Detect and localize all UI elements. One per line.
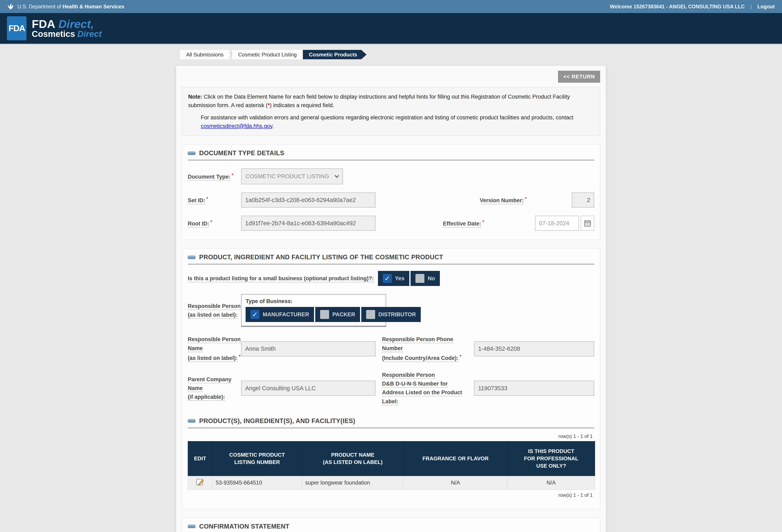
yes-label: Yes xyxy=(395,275,405,282)
col-listing-number: COSMETIC PRODUCT LISTING NUMBER xyxy=(212,441,302,476)
section-product-listing: PRODUCT, INGREDIENT AND FACILITY LISTING… xyxy=(182,248,600,509)
unchecked-checkbox-icon[interactable] xyxy=(416,274,424,283)
root-id-row: Root ID:* Effective Date:* xyxy=(188,216,594,231)
gov-topbar-left: U.S. Department of Health & Human Servic… xyxy=(7,3,124,10)
set-id-row: Set ID:* Version Number:* xyxy=(188,192,594,208)
effective-date-input[interactable] xyxy=(535,216,579,231)
breadcrumb-cosmetic-product-listing[interactable]: Cosmetic Product Listing xyxy=(232,50,303,59)
rp-phone-label[interactable]: Responsible Person Phone Number (Include… xyxy=(382,335,474,362)
fda-logo[interactable]: FDA xyxy=(7,16,27,40)
rowcount-bottom: row(s) 1 - 1 of 1 xyxy=(188,492,593,498)
parent-company-input[interactable] xyxy=(241,381,376,396)
brand-direct: Direct, xyxy=(59,17,94,30)
rp-name-row: Responsible Person Name (as listed on la… xyxy=(188,335,594,362)
document-type-select[interactable]: COSMETIC PRODUCT LISTING xyxy=(241,169,343,184)
section-rule xyxy=(188,264,594,264)
root-id-input[interactable] xyxy=(241,216,376,231)
collapse-icon[interactable] xyxy=(188,151,196,155)
main-panel: << RETURN Note: Click on the Data Elemen… xyxy=(176,66,606,532)
manufacturer-label: MANUFACTURER xyxy=(263,311,309,318)
col-fragrance: FRAGRANCE OR FLAVOR xyxy=(404,441,507,476)
distributor-label: DISTRIBUTOR xyxy=(378,311,416,318)
document-type-value: COSMETIC PRODUCT LISTING xyxy=(246,173,329,180)
note-period: . xyxy=(272,123,274,129)
edit-pencil-button[interactable] xyxy=(196,477,205,487)
brand-text: FDA Direct, Cosmetics Direct xyxy=(32,18,102,38)
welcome-text: Welcome 15267383641 - ANGEL CONSULTING U… xyxy=(610,4,745,9)
section-header: DOCUMENT TYPE DETAILS xyxy=(188,149,594,157)
header-row: EDIT COSMETIC PRODUCT LISTING NUMBER PRO… xyxy=(188,441,595,476)
collapse-icon[interactable] xyxy=(188,525,196,528)
document-type-label[interactable]: Document Type:* xyxy=(188,172,241,181)
checked-checkbox-icon[interactable]: ✓ xyxy=(383,274,392,283)
unchecked-checkbox-icon[interactable] xyxy=(320,310,329,319)
breadcrumb-cosmetic-products[interactable]: Cosmetic Products xyxy=(303,50,366,59)
packer-label: PACKER xyxy=(332,311,355,318)
parent-company-label[interactable]: Parent Company Name (if applicable): xyxy=(188,375,241,402)
calendar-icon xyxy=(583,219,592,227)
listing-number-cell: 53-935945-664510 xyxy=(212,476,302,490)
section-rule xyxy=(188,427,594,428)
document-type-row: Document Type:* COSMETIC PRODUCT LISTING xyxy=(188,169,594,184)
responsible-person-label[interactable]: Responsible Person (as listed on label): xyxy=(188,302,241,319)
required-asterisk: * xyxy=(232,173,234,178)
brand-direct2: Direct xyxy=(77,29,102,39)
breadcrumb-all-submissions[interactable]: All Submissions xyxy=(180,50,230,59)
rowcount-top: row(s) 1 - 1 of 1 xyxy=(188,433,593,439)
note-body1: Click on the Data Element Name for each … xyxy=(188,94,570,108)
required-asterisk: * xyxy=(207,196,208,201)
no-toggle[interactable]: No xyxy=(411,271,440,286)
small-business-label[interactable]: Is this a product listing for a small bu… xyxy=(188,274,374,283)
breadcrumb: All Submissions Cosmetic Product Listing… xyxy=(180,50,782,60)
duns-input[interactable] xyxy=(474,381,594,396)
version-number-label[interactable]: Version Number:* xyxy=(480,195,572,205)
checked-checkbox-icon[interactable]: ✓ xyxy=(250,310,259,319)
rp-name-input[interactable] xyxy=(241,341,376,356)
col-professional: IS THIS PRODUCT FOR PROFESSIONAL USE ONL… xyxy=(507,441,595,476)
version-number-input[interactable] xyxy=(572,192,594,208)
section-header: CONFIRMATION STATEMENT xyxy=(188,523,594,530)
hhs-eagle-icon xyxy=(7,3,14,10)
rp-name-label[interactable]: Responsible Person Name (as listed on la… xyxy=(188,335,241,362)
no-label: No xyxy=(428,275,435,282)
professional-cell: N/A xyxy=(507,476,595,490)
contact-email-link[interactable]: cosmeticsdirect@fda.hhs.gov xyxy=(201,123,272,129)
edit-pencil-icon xyxy=(196,477,205,487)
rp-phone-input[interactable] xyxy=(474,341,594,356)
note-paragraph-1: Note: Click on the Data Element Name for… xyxy=(188,93,594,110)
root-id-label[interactable]: Root ID:* xyxy=(188,218,241,228)
section-title: CONFIRMATION STATEMENT xyxy=(199,523,289,530)
duns-label[interactable]: Responsible Person D&B D-U-N-S Number fo… xyxy=(382,371,474,406)
set-id-input[interactable] xyxy=(241,192,376,208)
yes-toggle[interactable]: ✓ Yes xyxy=(378,271,410,286)
section-header: PRODUCT, INGREDIENT AND FACILITY LISTING… xyxy=(188,254,594,261)
packer-checkbox[interactable]: PACKER xyxy=(315,307,360,322)
manufacturer-checkbox[interactable]: ✓ MANUFACTURER xyxy=(246,307,314,322)
collapse-icon[interactable] xyxy=(188,419,196,423)
col-product-name: PRODUCT NAME (AS LISTED ON LABEL) xyxy=(302,441,404,476)
parent-company-row: Parent Company Name (if applicable): Res… xyxy=(188,371,594,406)
required-asterisk: * xyxy=(210,219,212,224)
distributor-checkbox[interactable]: DISTRIBUTOR xyxy=(361,307,421,322)
section-title: PRODUCT, INGREDIENT AND FACILITY LISTING… xyxy=(199,254,443,261)
set-id-label[interactable]: Set ID:* xyxy=(188,195,241,205)
responsible-person-row: Responsible Person (as listed on label):… xyxy=(188,294,594,327)
chevron-down-icon xyxy=(334,173,339,178)
required-asterisk: * xyxy=(460,354,461,359)
fragrance-cell: N/A xyxy=(404,476,507,490)
return-button[interactable]: << RETURN xyxy=(558,71,600,83)
product-name-cell: super longwear foundation xyxy=(302,476,404,490)
dept-title: U.S. Department of Health & Human Servic… xyxy=(17,4,124,9)
subsection-title: PRODUCT(S), INGREDIENT(S), AND FACILITY(… xyxy=(199,417,355,425)
gov-topbar: U.S. Department of Health & Human Servic… xyxy=(0,0,782,13)
note-paragraph-2: For assistance with validation errors an… xyxy=(188,113,594,131)
effective-date-label[interactable]: Effective Date:* xyxy=(443,218,535,228)
edit-cell xyxy=(188,476,212,490)
small-business-toggle: ✓ Yes No xyxy=(378,271,440,286)
required-asterisk: * xyxy=(525,196,527,201)
calendar-button[interactable] xyxy=(581,216,594,231)
type-of-business-options: ✓ MANUFACTURER PACKER DISTRIBUTOR xyxy=(246,307,382,322)
logout-link[interactable]: Logout xyxy=(757,4,775,9)
collapse-icon[interactable] xyxy=(188,256,196,259)
unchecked-checkbox-icon[interactable] xyxy=(366,310,375,319)
